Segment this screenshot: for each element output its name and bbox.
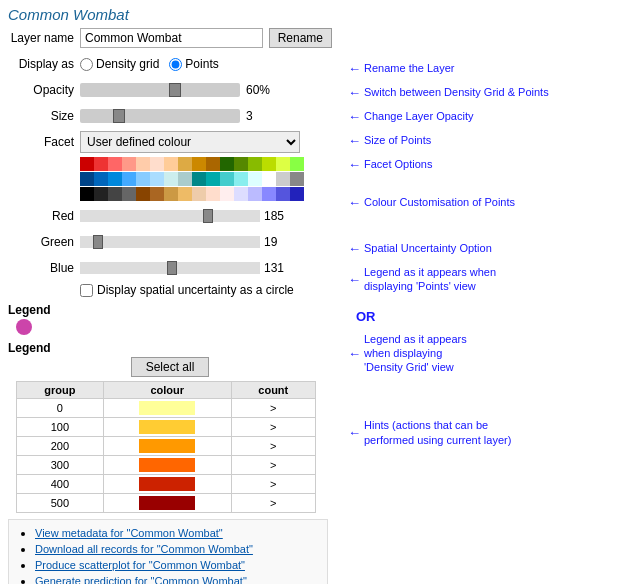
hint-item: Generate prediction for "Common Wombat"	[35, 574, 319, 584]
blue-label: Blue	[8, 261, 80, 275]
color-swatch[interactable]	[262, 157, 276, 171]
opacity-annotation: ← Change Layer Opacity	[348, 107, 632, 125]
points-option[interactable]: Points	[169, 57, 218, 71]
select-all-button[interactable]: Select all	[131, 357, 210, 377]
color-swatch[interactable]	[234, 172, 248, 186]
color-swatch[interactable]	[94, 172, 108, 186]
color-swatch[interactable]	[220, 172, 234, 186]
group-cell: 300	[17, 456, 104, 475]
green-value: 19	[264, 235, 277, 249]
color-swatch[interactable]	[94, 157, 108, 171]
color-swatch[interactable]	[248, 157, 262, 171]
palette-row-3	[80, 187, 320, 201]
color-swatch[interactable]	[150, 187, 164, 201]
arrow-icon-3: ←	[348, 109, 361, 124]
hint-link[interactable]: Generate prediction for "Common Wombat"	[35, 575, 247, 584]
arrow-icon-4: ←	[348, 133, 361, 148]
legend-points-annotation: ← Legend as it appears whendisplaying 'P…	[348, 265, 632, 294]
color-swatch[interactable]	[206, 172, 220, 186]
or-row: OR	[348, 308, 632, 326]
group-cell: 200	[17, 437, 104, 456]
color-swatch[interactable]	[192, 187, 206, 201]
color-swatch[interactable]	[178, 187, 192, 201]
layer-name-label: Layer name	[8, 31, 80, 45]
color-swatch[interactable]	[164, 157, 178, 171]
color-swatch[interactable]	[136, 187, 150, 201]
color-swatch[interactable]	[262, 187, 276, 201]
count-cell: >	[231, 399, 315, 418]
color-swatch[interactable]	[290, 187, 304, 201]
color-swatch[interactable]	[206, 157, 220, 171]
or-text: OR	[356, 309, 376, 324]
red-slider[interactable]	[80, 210, 260, 222]
spatial-annotation-text: Spatial Uncertainty Option	[364, 241, 492, 255]
hints-annotation: ← Hints (actions that can beperformed us…	[348, 418, 632, 447]
rename-annotation-text: Rename the Layer	[364, 61, 455, 75]
color-swatch[interactable]	[220, 187, 234, 201]
color-swatch[interactable]	[80, 187, 94, 201]
legend-table-row: 400 >	[17, 475, 316, 494]
color-swatch[interactable]	[290, 172, 304, 186]
color-swatch[interactable]	[220, 157, 234, 171]
color-swatch[interactable]	[234, 187, 248, 201]
color-swatch[interactable]	[248, 172, 262, 186]
hints-annotation-text: Hints (actions that can beperformed usin…	[364, 418, 511, 447]
color-swatch[interactable]	[150, 157, 164, 171]
color-swatch[interactable]	[122, 172, 136, 186]
legend-table-row: 200 >	[17, 437, 316, 456]
hint-link[interactable]: View metadata for "Common Wombat"	[35, 527, 223, 539]
color-swatch[interactable]	[248, 187, 262, 201]
color-swatch[interactable]	[276, 187, 290, 201]
color-swatch[interactable]	[108, 187, 122, 201]
color-palette	[80, 157, 332, 201]
opacity-label: Opacity	[8, 83, 80, 97]
color-swatch[interactable]	[192, 172, 206, 186]
color-swatch[interactable]	[122, 157, 136, 171]
color-swatch[interactable]	[94, 187, 108, 201]
color-swatch[interactable]	[136, 172, 150, 186]
spatial-uncertainty-checkbox[interactable]	[80, 284, 93, 297]
size-annotation-text: Size of Points	[364, 133, 431, 147]
density-grid-option[interactable]: Density grid	[80, 57, 159, 71]
color-swatch[interactable]	[164, 172, 178, 186]
rename-button[interactable]: Rename	[269, 28, 332, 48]
color-swatch[interactable]	[178, 172, 192, 186]
hint-link[interactable]: Download all records for "Common Wombat"	[35, 543, 253, 555]
color-swatch[interactable]	[108, 172, 122, 186]
color-swatch[interactable]	[178, 157, 192, 171]
color-swatch[interactable]	[276, 157, 290, 171]
color-swatch[interactable]	[80, 157, 94, 171]
color-swatch[interactable]	[122, 187, 136, 201]
arrow-icon-10: ←	[348, 425, 361, 440]
group-cell: 100	[17, 418, 104, 437]
layer-name-input[interactable]	[80, 28, 263, 48]
opacity-slider[interactable]	[80, 83, 240, 97]
color-swatch[interactable]	[192, 157, 206, 171]
hint-link[interactable]: Produce scatterplot for "Common Wombat"	[35, 559, 245, 571]
color-swatch[interactable]	[262, 172, 276, 186]
arrow-icon-8: ←	[348, 272, 361, 287]
colour-cell	[103, 494, 231, 513]
palette-row-1	[80, 157, 320, 171]
switch-annotation: ← Switch between Density Grid & Points	[348, 83, 632, 101]
colour-annotation-text: Colour Customisation of Points	[364, 195, 515, 209]
color-swatch[interactable]	[108, 157, 122, 171]
hints-list: View metadata for "Common Wombat"Downloa…	[17, 526, 319, 584]
arrow-icon-2: ←	[348, 85, 361, 100]
size-slider[interactable]	[80, 109, 240, 123]
color-swatch[interactable]	[150, 172, 164, 186]
green-slider[interactable]	[80, 236, 260, 248]
color-swatch[interactable]	[80, 172, 94, 186]
facet-select[interactable]: User defined colour	[80, 131, 300, 153]
color-swatch[interactable]	[164, 187, 178, 201]
col-group: group	[17, 382, 104, 399]
color-swatch[interactable]	[290, 157, 304, 171]
color-swatch[interactable]	[234, 157, 248, 171]
count-cell: >	[231, 437, 315, 456]
color-swatch[interactable]	[136, 157, 150, 171]
arrow-icon: ←	[348, 61, 361, 76]
opacity-annotation-text: Change Layer Opacity	[364, 109, 473, 123]
color-swatch[interactable]	[206, 187, 220, 201]
blue-slider[interactable]	[80, 262, 260, 274]
color-swatch[interactable]	[276, 172, 290, 186]
